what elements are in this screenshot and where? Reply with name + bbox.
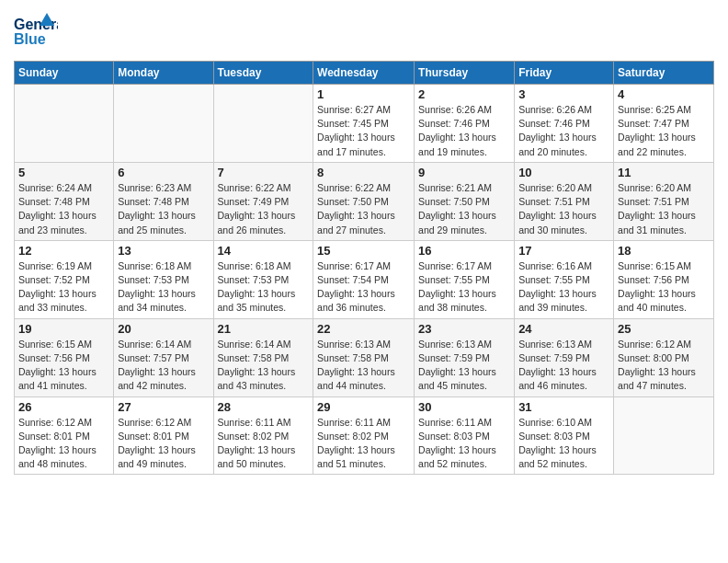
day-info: Sunrise: 6:12 AM Sunset: 8:01 PM Dayligh… xyxy=(18,416,109,472)
day-info: Sunrise: 6:11 AM Sunset: 8:02 PM Dayligh… xyxy=(218,416,310,472)
day-number: 6 xyxy=(118,166,209,179)
day-number: 12 xyxy=(18,244,109,258)
calendar-cell: 12Sunrise: 6:19 AM Sunset: 7:52 PM Dayli… xyxy=(15,240,114,318)
calendar-cell xyxy=(114,85,213,163)
calendar-cell: 18Sunrise: 6:15 AM Sunset: 7:56 PM Dayli… xyxy=(614,240,714,318)
day-info: Sunrise: 6:13 AM Sunset: 7:58 PM Dayligh… xyxy=(317,338,410,394)
day-number: 23 xyxy=(418,322,510,336)
week-row-4: 19Sunrise: 6:15 AM Sunset: 7:56 PM Dayli… xyxy=(15,318,714,396)
calendar-cell: 29Sunrise: 6:11 AM Sunset: 8:02 PM Dayli… xyxy=(313,396,415,475)
day-info: Sunrise: 6:14 AM Sunset: 7:57 PM Dayligh… xyxy=(118,338,209,394)
day-info: Sunrise: 6:11 AM Sunset: 8:02 PM Dayligh… xyxy=(317,416,410,472)
calendar-cell: 25Sunrise: 6:12 AM Sunset: 8:00 PM Dayli… xyxy=(614,318,714,396)
day-info: Sunrise: 6:26 AM Sunset: 7:46 PM Dayligh… xyxy=(418,103,510,159)
day-number: 20 xyxy=(118,322,209,336)
weekday-header-sunday: Sunday xyxy=(15,62,114,85)
calendar-cell: 28Sunrise: 6:11 AM Sunset: 8:02 PM Dayli… xyxy=(213,396,313,475)
day-number: 14 xyxy=(218,244,310,258)
calendar-cell: 1Sunrise: 6:27 AM Sunset: 7:45 PM Daylig… xyxy=(313,85,415,163)
weekday-header-saturday: Saturday xyxy=(614,62,714,85)
day-info: Sunrise: 6:11 AM Sunset: 8:03 PM Dayligh… xyxy=(418,416,510,472)
day-info: Sunrise: 6:12 AM Sunset: 8:01 PM Dayligh… xyxy=(118,416,209,472)
day-info: Sunrise: 6:10 AM Sunset: 8:03 PM Dayligh… xyxy=(518,416,609,472)
calendar-cell: 11Sunrise: 6:20 AM Sunset: 7:51 PM Dayli… xyxy=(614,162,714,240)
calendar-cell: 24Sunrise: 6:13 AM Sunset: 7:59 PM Dayli… xyxy=(515,318,614,396)
day-number: 22 xyxy=(317,322,410,336)
day-number: 19 xyxy=(18,322,109,336)
day-number: 13 xyxy=(118,244,209,258)
day-number: 2 xyxy=(418,87,510,101)
day-number: 1 xyxy=(317,87,410,101)
calendar-cell xyxy=(15,85,114,163)
weekday-header-thursday: Thursday xyxy=(415,62,515,85)
calendar-cell: 3Sunrise: 6:26 AM Sunset: 7:46 PM Daylig… xyxy=(515,85,614,163)
day-number: 29 xyxy=(317,400,410,414)
calendar-cell: 20Sunrise: 6:14 AM Sunset: 7:57 PM Dayli… xyxy=(114,318,213,396)
day-number: 24 xyxy=(518,322,609,336)
calendar-cell: 6Sunrise: 6:23 AM Sunset: 7:48 PM Daylig… xyxy=(114,162,213,240)
day-info: Sunrise: 6:20 AM Sunset: 7:51 PM Dayligh… xyxy=(518,181,609,237)
day-info: Sunrise: 6:22 AM Sunset: 7:50 PM Dayligh… xyxy=(317,181,410,237)
day-info: Sunrise: 6:27 AM Sunset: 7:45 PM Dayligh… xyxy=(317,103,410,159)
day-info: Sunrise: 6:18 AM Sunset: 7:53 PM Dayligh… xyxy=(218,259,310,316)
day-number: 25 xyxy=(618,322,710,336)
day-number: 31 xyxy=(518,400,609,414)
day-info: Sunrise: 6:25 AM Sunset: 7:47 PM Dayligh… xyxy=(618,103,710,159)
day-number: 8 xyxy=(317,166,410,179)
day-number: 3 xyxy=(518,87,609,101)
calendar-cell xyxy=(614,396,714,475)
day-number: 16 xyxy=(418,244,510,258)
day-info: Sunrise: 6:13 AM Sunset: 7:59 PM Dayligh… xyxy=(418,338,510,394)
calendar-cell: 30Sunrise: 6:11 AM Sunset: 8:03 PM Dayli… xyxy=(415,396,515,475)
day-number: 9 xyxy=(418,166,510,179)
day-number: 21 xyxy=(218,322,310,336)
weekday-header-monday: Monday xyxy=(114,62,213,85)
day-info: Sunrise: 6:23 AM Sunset: 7:48 PM Dayligh… xyxy=(118,181,209,237)
week-row-1: 1Sunrise: 6:27 AM Sunset: 7:45 PM Daylig… xyxy=(15,85,714,163)
week-row-3: 12Sunrise: 6:19 AM Sunset: 7:52 PM Dayli… xyxy=(15,240,714,318)
week-row-2: 5Sunrise: 6:24 AM Sunset: 7:48 PM Daylig… xyxy=(15,162,714,240)
day-info: Sunrise: 6:24 AM Sunset: 7:48 PM Dayligh… xyxy=(18,181,109,237)
day-info: Sunrise: 6:15 AM Sunset: 7:56 PM Dayligh… xyxy=(618,259,710,316)
calendar-cell: 2Sunrise: 6:26 AM Sunset: 7:46 PM Daylig… xyxy=(415,85,515,163)
weekday-header-friday: Friday xyxy=(515,62,614,85)
day-info: Sunrise: 6:22 AM Sunset: 7:49 PM Dayligh… xyxy=(218,181,310,237)
day-number: 7 xyxy=(218,166,310,179)
calendar-cell: 5Sunrise: 6:24 AM Sunset: 7:48 PM Daylig… xyxy=(15,162,114,240)
day-info: Sunrise: 6:21 AM Sunset: 7:50 PM Dayligh… xyxy=(418,181,510,237)
header: General Blue xyxy=(14,9,714,53)
calendar-cell: 17Sunrise: 6:16 AM Sunset: 7:55 PM Dayli… xyxy=(515,240,614,318)
day-info: Sunrise: 6:18 AM Sunset: 7:53 PM Dayligh… xyxy=(118,259,209,316)
day-info: Sunrise: 6:26 AM Sunset: 7:46 PM Dayligh… xyxy=(518,103,609,159)
calendar-table: SundayMondayTuesdayWednesdayThursdayFrid… xyxy=(14,61,714,475)
calendar-cell: 4Sunrise: 6:25 AM Sunset: 7:47 PM Daylig… xyxy=(614,85,714,163)
calendar-cell: 26Sunrise: 6:12 AM Sunset: 8:01 PM Dayli… xyxy=(15,396,114,475)
day-info: Sunrise: 6:12 AM Sunset: 8:00 PM Dayligh… xyxy=(618,338,710,394)
svg-text:Blue: Blue xyxy=(14,31,46,47)
logo-icon: General Blue xyxy=(14,9,58,53)
calendar-cell: 19Sunrise: 6:15 AM Sunset: 7:56 PM Dayli… xyxy=(15,318,114,396)
day-info: Sunrise: 6:16 AM Sunset: 7:55 PM Dayligh… xyxy=(518,259,609,316)
day-number: 28 xyxy=(218,400,310,414)
day-info: Sunrise: 6:20 AM Sunset: 7:51 PM Dayligh… xyxy=(618,181,710,237)
day-number: 15 xyxy=(317,244,410,258)
calendar-cell: 13Sunrise: 6:18 AM Sunset: 7:53 PM Dayli… xyxy=(114,240,213,318)
day-info: Sunrise: 6:13 AM Sunset: 7:59 PM Dayligh… xyxy=(518,338,609,394)
calendar-cell: 21Sunrise: 6:14 AM Sunset: 7:58 PM Dayli… xyxy=(213,318,313,396)
day-info: Sunrise: 6:15 AM Sunset: 7:56 PM Dayligh… xyxy=(18,338,109,394)
day-number: 26 xyxy=(18,400,109,414)
calendar-cell: 7Sunrise: 6:22 AM Sunset: 7:49 PM Daylig… xyxy=(213,162,313,240)
calendar-cell: 16Sunrise: 6:17 AM Sunset: 7:55 PM Dayli… xyxy=(415,240,515,318)
day-number: 5 xyxy=(18,166,109,179)
day-info: Sunrise: 6:19 AM Sunset: 7:52 PM Dayligh… xyxy=(18,259,109,316)
day-number: 27 xyxy=(118,400,209,414)
calendar-cell: 15Sunrise: 6:17 AM Sunset: 7:54 PM Dayli… xyxy=(313,240,415,318)
calendar-cell: 8Sunrise: 6:22 AM Sunset: 7:50 PM Daylig… xyxy=(313,162,415,240)
calendar-cell xyxy=(213,85,313,163)
weekday-header-tuesday: Tuesday xyxy=(213,62,313,85)
day-number: 11 xyxy=(618,166,710,179)
weekday-header-wednesday: Wednesday xyxy=(313,62,415,85)
calendar-cell: 23Sunrise: 6:13 AM Sunset: 7:59 PM Dayli… xyxy=(415,318,515,396)
page: General Blue SundayMondayTuesdayWednesda… xyxy=(0,0,728,488)
calendar-cell: 14Sunrise: 6:18 AM Sunset: 7:53 PM Dayli… xyxy=(213,240,313,318)
